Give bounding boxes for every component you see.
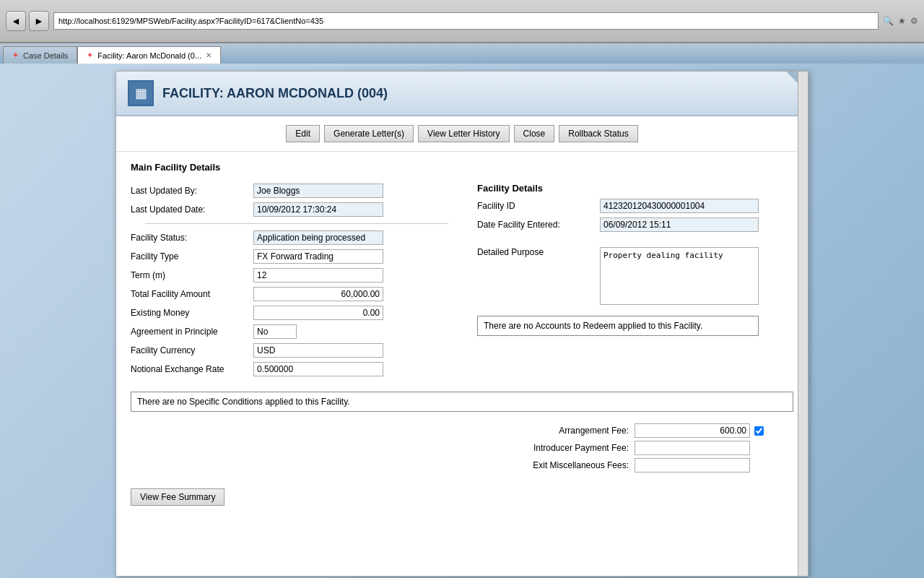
tab-icon-facility: ✦ xyxy=(87,51,93,60)
facility-status-field xyxy=(253,230,383,245)
grid-icon: ▦ xyxy=(135,85,147,101)
content-wrapper: ▦ FACILITY: AARON MCDONALD (004) Edit Ge… xyxy=(0,64,924,578)
nav-controls: ◄ ► xyxy=(6,11,49,31)
tab-facility[interactable]: ✦ Facility: Aaron McDonald (0... ✕ xyxy=(77,46,221,64)
existing-money-value xyxy=(253,306,383,320)
notional-rate-value xyxy=(253,362,383,376)
agreement-row: Agreement in Principle xyxy=(131,324,463,340)
date-entered-field xyxy=(600,217,759,232)
last-updated-date-row: Last Updated Date: xyxy=(131,202,463,217)
detailed-purpose-value: Property dealing facility xyxy=(600,247,759,307)
last-updated-date-value xyxy=(253,202,383,217)
forward-button[interactable]: ► xyxy=(29,11,49,31)
facility-type-field xyxy=(253,249,383,264)
facility-status-label: Facility Status: xyxy=(131,233,253,243)
back-button[interactable]: ◄ xyxy=(6,11,26,31)
introducer-fee-row: Introducer Payment Fee: xyxy=(505,441,793,455)
facility-id-row: Facility ID xyxy=(477,198,793,214)
detailed-purpose-label: Detailed Purpose xyxy=(477,247,600,257)
main-facility-details-title: Main Facility Details xyxy=(116,158,808,177)
search-icon: 🔍 xyxy=(883,16,894,26)
divider-1 xyxy=(145,223,448,224)
rollback-status-button[interactable]: Rollback Status xyxy=(559,125,637,142)
date-entered-value xyxy=(600,217,793,232)
last-updated-date-field xyxy=(253,202,383,217)
notional-rate-row: Notional Exchange Rate xyxy=(131,361,463,377)
agreement-field xyxy=(253,324,297,339)
date-entered-row: Date Facility Entered: xyxy=(477,217,793,233)
total-facility-row: Total Facility Amount xyxy=(131,286,463,302)
notional-rate-field xyxy=(253,362,383,376)
introducer-fee-label: Introducer Payment Fee: xyxy=(505,443,635,453)
facility-status-value xyxy=(253,230,383,245)
tab-close-button[interactable]: ✕ xyxy=(206,51,212,59)
last-updated-by-label: Last Updated By: xyxy=(131,186,253,196)
existing-money-row: Existing Money xyxy=(131,305,463,321)
date-entered-label: Date Facility Entered: xyxy=(477,220,600,230)
generate-letter-button[interactable]: Generate Letter(s) xyxy=(324,125,414,142)
last-updated-by-field xyxy=(253,184,383,198)
last-updated-by-value xyxy=(253,184,383,198)
facility-type-row: Facility Type xyxy=(131,249,463,264)
browser-chrome: ◄ ► 🔍 ★ ⚙ xyxy=(0,0,924,43)
total-facility-field xyxy=(253,287,383,301)
agreement-label: Agreement in Principle xyxy=(131,327,253,337)
agreement-value xyxy=(253,324,383,339)
facility-id-field xyxy=(600,199,759,213)
left-column: Last Updated By: Last Updated Date: Faci… xyxy=(131,183,463,380)
facility-currency-value xyxy=(253,343,383,358)
tab-icon-case: ✦ xyxy=(12,51,19,60)
term-label: Term (m) xyxy=(131,270,253,280)
notional-rate-label: Notional Exchange Rate xyxy=(131,364,253,374)
favorites-icon: ★ xyxy=(898,16,906,26)
tab-case-label: Case Details xyxy=(23,51,68,60)
existing-money-field xyxy=(253,306,383,320)
term-row: Term (m) xyxy=(131,267,463,283)
fees-area: Arrangement Fee: Introducer Payment Fee:… xyxy=(116,418,808,481)
facility-status-row: Facility Status: xyxy=(131,230,463,246)
page-title: FACILITY: AARON MCDONALD (004) xyxy=(162,86,388,101)
exit-fee-field xyxy=(635,458,750,473)
existing-money-label: Existing Money xyxy=(131,308,253,318)
edit-button[interactable]: Edit xyxy=(286,125,320,142)
arrangement-fee-checkbox[interactable] xyxy=(754,426,764,436)
page-container: ▦ FACILITY: AARON MCDONALD (004) Edit Ge… xyxy=(116,71,808,577)
exit-fee-label: Exit Miscellaneous Fees: xyxy=(505,460,635,470)
exit-fee-row: Exit Miscellaneous Fees: xyxy=(505,458,793,473)
address-bar[interactable] xyxy=(53,12,879,30)
facility-type-label: Facility Type xyxy=(131,251,253,262)
introducer-fee-field xyxy=(635,441,750,455)
facility-currency-label: Facility Currency xyxy=(131,345,253,355)
term-field xyxy=(253,268,383,282)
arrangement-fee-field xyxy=(635,423,750,438)
arrangement-fee-label: Arrangement Fee: xyxy=(505,426,635,436)
last-updated-date-label: Last Updated Date: xyxy=(131,204,253,215)
page-header: ▦ FACILITY: AARON MCDONALD (004) xyxy=(116,72,808,116)
tab-case-details[interactable]: ✦ Case Details xyxy=(3,46,77,64)
term-value xyxy=(253,268,383,282)
detailed-purpose-field: Property dealing facility xyxy=(600,247,759,305)
facility-details-heading: Facility Details xyxy=(477,183,793,194)
no-specific-conditions-message: There are no Specific Conditions applied… xyxy=(131,392,793,412)
facility-id-label: Facility ID xyxy=(477,201,600,211)
facility-currency-field xyxy=(253,343,383,358)
total-facility-label: Total Facility Amount xyxy=(131,289,253,299)
no-accounts-message: There are no Accounts to Redeem applied … xyxy=(477,316,759,336)
tab-bar: ✦ Case Details ✦ Facility: Aaron McDonal… xyxy=(0,43,924,64)
tools-icon: ⚙ xyxy=(910,16,918,26)
scrollbar[interactable] xyxy=(798,72,808,576)
close-button[interactable]: Close xyxy=(514,125,555,142)
arrangement-fee-row: Arrangement Fee: xyxy=(505,423,793,438)
header-icon: ▦ xyxy=(128,80,154,106)
view-fee-summary-button[interactable]: View Fee Summary xyxy=(131,488,225,506)
detailed-purpose-row: Detailed Purpose Property dealing facili… xyxy=(477,247,793,307)
right-column: Facility Details Facility ID Date Facili… xyxy=(463,183,793,380)
view-letter-history-button[interactable]: View Letter History xyxy=(418,125,509,142)
facility-id-value xyxy=(600,199,793,213)
fees-table: Arrangement Fee: Introducer Payment Fee:… xyxy=(505,423,793,475)
toolbar: Edit Generate Letter(s) View Letter Hist… xyxy=(116,116,808,152)
facility-type-value xyxy=(253,249,383,264)
facility-currency-row: Facility Currency xyxy=(131,342,463,358)
tab-facility-label: Facility: Aaron McDonald (0... xyxy=(97,51,201,60)
total-facility-value xyxy=(253,287,383,301)
